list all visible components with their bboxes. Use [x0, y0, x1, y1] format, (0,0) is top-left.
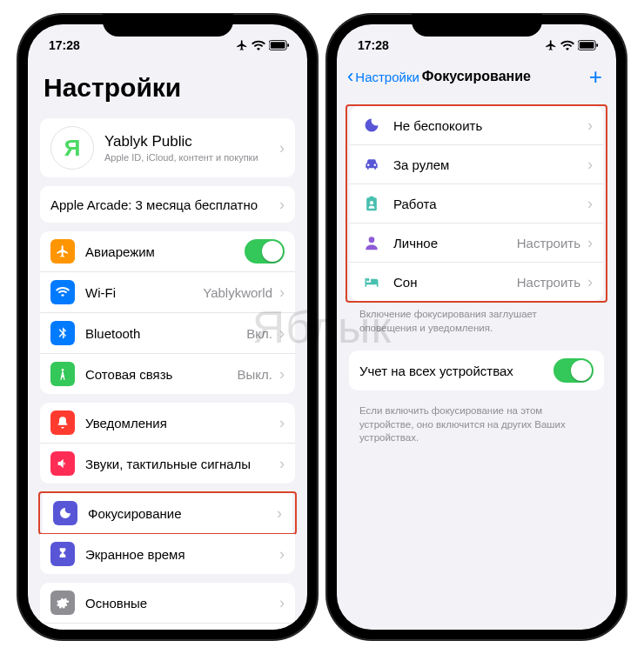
focus-row[interactable]: Фокусирование ›	[43, 493, 292, 533]
bed-icon	[360, 270, 383, 293]
back-button[interactable]: ‹ Настройки	[347, 67, 419, 86]
share-across-devices-row[interactable]: Учет на всех устройствах	[349, 350, 604, 390]
chevron-right-icon: ›	[587, 117, 593, 135]
phone-settings: 17:28 Настройки Я Yablyk Public Apple ID…	[17, 14, 318, 640]
svg-rect-2	[287, 43, 289, 47]
chevron-right-icon: ›	[279, 139, 285, 157]
bell-icon	[50, 410, 75, 435]
chevron-right-icon: ›	[587, 234, 593, 252]
notch	[412, 14, 542, 37]
svg-point-14	[370, 201, 373, 204]
sleep-value: Настроить	[517, 275, 580, 290]
phone-focus: 17:28 ‹ Настройки Фокусирование + Не бес…	[326, 14, 627, 640]
wifi-icon	[252, 40, 265, 50]
focus-footer-1: Включение фокусирования заглушает оповещ…	[337, 303, 616, 338]
bluetooth-row[interactable]: Bluetooth Вкл. ›	[40, 313, 295, 354]
status-time: 17:28	[49, 38, 80, 52]
chevron-right-icon: ›	[279, 455, 285, 473]
apple-id-row[interactable]: Я Yablyk Public Apple ID, iCloud, контен…	[40, 118, 295, 177]
battery-icon	[578, 40, 599, 50]
chevron-right-icon: ›	[279, 414, 285, 432]
antenna-icon	[50, 362, 75, 386]
svg-rect-13	[370, 197, 374, 199]
speaker-icon	[50, 451, 75, 476]
chevron-right-icon: ›	[279, 196, 285, 214]
chevron-right-icon: ›	[279, 284, 285, 302]
gear-icon	[50, 591, 75, 615]
chevron-right-icon: ›	[587, 195, 593, 213]
apple-id-sub: Apple ID, iCloud, контент и покупки	[104, 152, 276, 163]
airplane-icon	[545, 39, 557, 51]
status-time: 17:28	[358, 38, 389, 52]
battery-icon	[269, 40, 290, 50]
moon-icon	[360, 114, 383, 137]
wifi-value: Yablykworld	[203, 285, 272, 300]
notifications-row[interactable]: Уведомления ›	[40, 403, 295, 444]
general-row[interactable]: Основные ›	[40, 583, 295, 624]
badge-icon	[360, 192, 383, 215]
personal-value: Настроить	[517, 236, 580, 250]
airplane-mode-row[interactable]: Авиарежим	[40, 231, 295, 272]
wifi-row[interactable]: Wi-Fi Yablykworld ›	[40, 272, 295, 313]
bluetooth-value: Вкл.	[246, 326, 272, 341]
svg-rect-1	[271, 42, 285, 48]
cellular-value: Выкл.	[238, 367, 272, 382]
airplane-switch[interactable]	[245, 239, 285, 264]
svg-point-3	[62, 369, 64, 371]
chevron-right-icon: ›	[279, 365, 285, 384]
apple-id-name: Yablyk Public	[104, 133, 276, 150]
share-switch[interactable]	[553, 358, 594, 383]
chevron-right-icon: ›	[279, 324, 285, 343]
screentime-row[interactable]: Экранное время ›	[40, 534, 295, 574]
airplane-icon	[236, 39, 248, 51]
wifi-icon	[50, 280, 75, 304]
page-title: Настройки	[44, 73, 292, 103]
focus-mode-personal[interactable]: Личное Настроить ›	[350, 224, 603, 263]
add-button[interactable]: +	[586, 63, 606, 90]
wifi-icon	[560, 40, 574, 50]
control-center-row[interactable]: Пункт управления ›	[40, 624, 295, 630]
chevron-right-icon: ›	[277, 504, 282, 523]
focus-footer-2: Если включить фокусирование на этом устр…	[337, 399, 616, 449]
svg-rect-11	[596, 43, 598, 47]
cellular-row[interactable]: Сотовая связь Выкл. ›	[40, 354, 295, 394]
svg-rect-10	[580, 42, 594, 48]
bluetooth-icon	[50, 321, 75, 345]
svg-point-15	[369, 237, 375, 243]
chevron-right-icon: ›	[587, 273, 593, 291]
chevron-left-icon: ‹	[347, 67, 353, 86]
moon-icon	[53, 501, 77, 525]
focus-mode-driving[interactable]: За рулем ›	[350, 145, 603, 184]
person-icon	[360, 231, 383, 254]
arcade-promo-row[interactable]: Apple Arcade: 3 месяца бесплатно ›	[40, 186, 295, 223]
avatar: Я	[50, 126, 94, 170]
focus-mode-sleep[interactable]: Сон Настроить ›	[350, 263, 603, 301]
chevron-right-icon: ›	[279, 545, 285, 564]
airplane-icon	[50, 239, 75, 264]
chevron-right-icon: ›	[587, 156, 593, 174]
focus-mode-work[interactable]: Работа ›	[350, 184, 603, 224]
notch	[103, 14, 233, 37]
sounds-row[interactable]: Звуки, тактильные сигналы ›	[40, 444, 295, 484]
hourglass-icon	[50, 542, 75, 566]
chevron-right-icon: ›	[279, 594, 285, 612]
focus-mode-dnd[interactable]: Не беспокоить ›	[350, 106, 603, 145]
car-icon	[360, 153, 383, 176]
